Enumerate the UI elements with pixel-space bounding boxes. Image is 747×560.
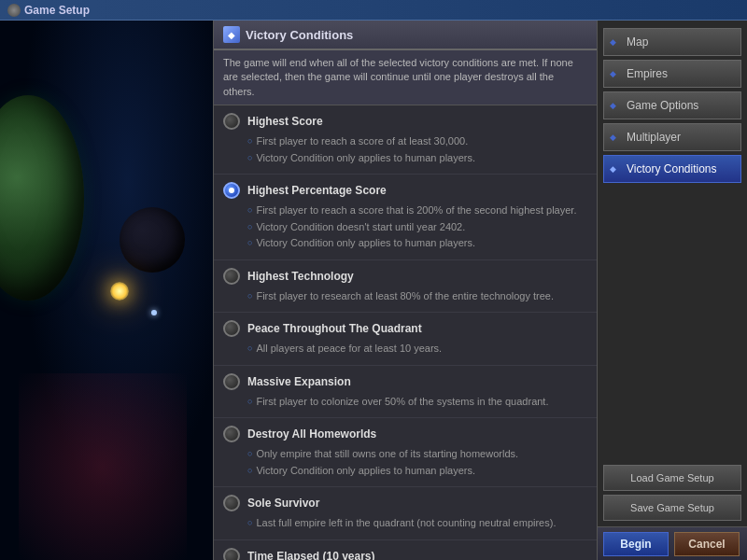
- detail-bullet-icon: ○: [247, 465, 252, 478]
- title-bar-icon: [7, 4, 21, 17]
- detail-text: Only empire that still owns one of its s…: [256, 446, 518, 462]
- detail-bullet-icon: ○: [247, 448, 252, 461]
- nav-btn-map[interactable]: Map: [603, 28, 741, 56]
- victory-detail-line: ○Victory Condition only applies to human…: [247, 150, 587, 166]
- victory-name-destroy-homeworlds: Destroy All Homeworlds: [247, 427, 376, 441]
- detail-bullet-icon: ○: [247, 517, 252, 530]
- load-game-setup-button[interactable]: Load Game Setup: [603, 465, 741, 491]
- begin-button[interactable]: Begin: [603, 532, 669, 556]
- victory-detail-line: ○First player to research at least 80% o…: [247, 288, 587, 304]
- victory-name-sole-survivor: Sole Survivor: [247, 497, 319, 510]
- detail-text: Victory Condition only applies to human …: [256, 235, 475, 251]
- victory-detail-line: ○Only empire that still owns one of its …: [247, 446, 587, 462]
- main-area: ◆ Victory Conditions The game will end w…: [0, 21, 747, 560]
- victory-item-destroy-homeworlds[interactable]: Destroy All Homeworlds○Only empire that …: [214, 418, 597, 487]
- title-bar: Game Setup: [0, 0, 747, 21]
- detail-text: Last full empire left in the quadrant (n…: [256, 515, 556, 531]
- victory-detail-line: ○Victory Condition doesn't start until y…: [247, 219, 587, 235]
- victory-name-highest-technology: Highest Technology: [247, 270, 354, 283]
- detail-text: First player to colonize over 50% of the…: [256, 394, 548, 410]
- space-background: [0, 21, 213, 560]
- detail-bullet-icon: ○: [247, 237, 252, 250]
- star-glow: [110, 282, 129, 301]
- radio-sole-survivor[interactable]: [223, 495, 240, 511]
- detail-bullet-icon: ○: [247, 343, 252, 356]
- victory-conditions-panel: ◆ Victory Conditions The game will end w…: [213, 21, 598, 560]
- sidebar-bottom: Load Game Setup Save Game Setup: [598, 459, 747, 526]
- victory-item-highest-technology[interactable]: Highest Technology○First player to resea…: [214, 260, 597, 314]
- radio-massive-expansion[interactable]: [223, 373, 240, 390]
- detail-bullet-icon: ○: [247, 290, 252, 303]
- detail-text: First player to reach a score that is 20…: [256, 203, 576, 218]
- nav-btn-victory-conditions[interactable]: Victory Conditions: [603, 155, 741, 183]
- victory-name-time-elapsed-10: Time Elapsed (10 years): [247, 550, 375, 560]
- victory-detail-line: ○All players at peace for at least 10 ye…: [247, 341, 587, 357]
- detail-bullet-icon: ○: [247, 204, 252, 217]
- victory-item-time-elapsed-10[interactable]: Time Elapsed (10 years)○10 years have el…: [214, 540, 597, 560]
- victory-item-massive-expansion[interactable]: Massive Expansion○First player to coloni…: [214, 366, 597, 419]
- victory-detail-line: ○Victory Condition only applies to human…: [247, 235, 587, 251]
- panel-header: ◆ Victory Conditions: [214, 21, 597, 50]
- victory-detail-line: ○First player to colonize over 50% of th…: [247, 394, 587, 410]
- planet-small: [120, 207, 185, 273]
- victory-conditions-scroll[interactable]: Highest Score○First player to reach a sc…: [214, 105, 597, 560]
- radio-destroy-homeworlds[interactable]: [223, 426, 240, 442]
- panel-description: The game will end when all of the select…: [214, 50, 597, 105]
- victory-name-highest-score: Highest Score: [247, 115, 323, 128]
- victory-name-highest-percentage-score: Highest Percentage Score: [247, 184, 387, 197]
- detail-bullet-icon: ○: [247, 135, 252, 148]
- radio-highest-score[interactable]: [223, 113, 240, 130]
- title-bar-text: Game Setup: [24, 4, 90, 17]
- detail-bullet-icon: ○: [247, 152, 252, 165]
- detail-text: Victory Condition doesn't start until ye…: [256, 219, 465, 235]
- victory-item-highest-percentage-score[interactable]: Highest Percentage Score○First player to…: [214, 175, 597, 260]
- nav-btn-multiplayer[interactable]: Multiplayer: [603, 123, 741, 151]
- panel-header-icon: ◆: [223, 26, 240, 43]
- detail-text: Victory Condition only applies to human …: [256, 150, 475, 166]
- radio-highest-percentage-score[interactable]: [223, 182, 240, 199]
- star-small: [151, 310, 157, 315]
- victory-item-sole-survivor[interactable]: Sole Survivor○Last full empire left in t…: [214, 487, 597, 540]
- detail-text: First player to research at least 80% of…: [256, 288, 554, 304]
- cancel-button[interactable]: Cancel: [674, 532, 740, 556]
- victory-detail-line: ○First player to reach a score of at lea…: [247, 133, 587, 149]
- nav-btn-game-options[interactable]: Game Options: [603, 91, 741, 119]
- detail-text: All players at peace for at least 10 yea…: [256, 341, 442, 357]
- detail-text: First player to reach a score of at leas…: [256, 133, 468, 149]
- victory-detail-line: ○Victory Condition only applies to human…: [247, 463, 587, 479]
- detail-text: Victory Condition only applies to human …: [256, 463, 475, 479]
- victory-detail-line: ○Last full empire left in the quadrant (…: [247, 515, 587, 531]
- save-game-setup-button[interactable]: Save Game Setup: [603, 495, 741, 521]
- victory-name-massive-expansion: Massive Expansion: [247, 375, 351, 388]
- panel-header-title: Victory Conditions: [246, 28, 353, 42]
- detail-bullet-icon: ○: [247, 396, 252, 409]
- victory-name-peace-throughout: Peace Throughout The Quadrant: [247, 322, 422, 335]
- bottom-bar: Begin Cancel: [598, 526, 747, 560]
- victory-item-highest-score[interactable]: Highest Score○First player to reach a sc…: [214, 105, 597, 175]
- detail-bullet-icon: ○: [247, 221, 252, 234]
- nav-btn-empires[interactable]: Empires: [603, 60, 741, 88]
- nebula: [19, 373, 187, 560]
- right-sidebar: MapEmpiresGame OptionsMultiplayerVictory…: [598, 21, 747, 560]
- victory-item-peace-throughout[interactable]: Peace Throughout The Quadrant○All player…: [214, 313, 597, 366]
- radio-highest-technology[interactable]: [223, 268, 240, 285]
- victory-detail-line: ○First player to reach a score that is 2…: [247, 203, 587, 218]
- radio-peace-throughout[interactable]: [223, 320, 240, 337]
- nav-buttons: MapEmpiresGame OptionsMultiplayerVictory…: [598, 21, 747, 459]
- radio-time-elapsed-10[interactable]: [223, 548, 240, 560]
